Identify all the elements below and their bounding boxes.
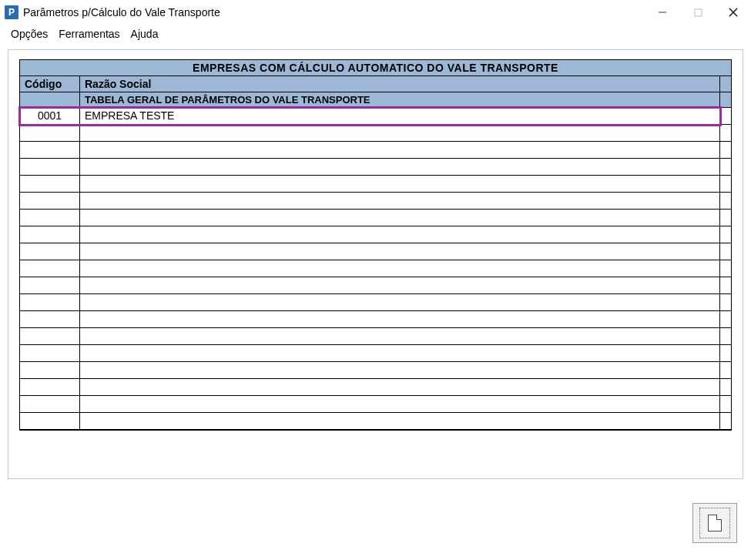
table-cell-empty[interactable] [80, 413, 720, 430]
scroll-gutter-row [720, 159, 731, 176]
table-cell-empty[interactable] [20, 125, 80, 142]
table-cell-empty[interactable] [80, 379, 720, 396]
data-grid[interactable]: Código Razão Social TABELA GERAL DE PARÂ… [20, 76, 731, 430]
svg-rect-1 [695, 9, 702, 16]
scroll-gutter-row [720, 311, 731, 328]
table-wrap: EMPRESAS COM CÁLCULO AUTOMATICO DO VALE … [19, 59, 732, 431]
col-header-razao[interactable]: Razão Social [80, 76, 720, 92]
table-cell-empty[interactable] [80, 210, 720, 226]
table-cell-empty[interactable] [20, 277, 80, 294]
new-button-focus-ring [699, 508, 730, 538]
table-cell-empty[interactable] [20, 328, 80, 345]
content-panel: EMPRESAS COM CÁLCULO AUTOMATICO DO VALE … [8, 49, 743, 479]
minimize-button[interactable] [645, 0, 680, 25]
table-cell-empty[interactable] [20, 193, 80, 210]
scroll-gutter-row [720, 260, 731, 277]
table-cell-empty[interactable] [80, 176, 720, 193]
scroll-gutter-row [720, 413, 731, 430]
scroll-gutter-top [720, 76, 731, 92]
table-cell-empty[interactable] [80, 328, 720, 345]
table-cell-empty[interactable] [20, 396, 80, 413]
table-cell-empty[interactable] [80, 159, 720, 176]
subheader-text: TABELA GERAL DE PARÂMETROS DO VALE TRANS… [80, 92, 720, 108]
new-button[interactable] [692, 503, 737, 543]
cell-razao[interactable]: EMPRESA TESTE [80, 108, 720, 125]
table-cell-empty[interactable] [80, 260, 720, 277]
scroll-gutter-row [720, 125, 731, 142]
table-cell-empty[interactable] [80, 193, 720, 210]
table-cell-empty[interactable] [20, 413, 80, 430]
scroll-gutter-row [720, 193, 731, 210]
scroll-gutter-row [720, 294, 731, 311]
window-controls [645, 0, 751, 25]
scroll-gutter-row [720, 108, 731, 125]
table-cell-empty[interactable] [80, 277, 720, 294]
menu-ajuda[interactable]: Ajuda [131, 28, 159, 40]
scroll-gutter-row [720, 396, 731, 413]
document-icon [708, 515, 722, 531]
scroll-gutter-row [720, 328, 731, 345]
subheader-codigo-blank [20, 92, 80, 108]
scroll-gutter-row [720, 277, 731, 294]
table-cell-empty[interactable] [20, 210, 80, 226]
table-cell-empty[interactable] [20, 345, 80, 362]
scroll-gutter-row [720, 243, 731, 260]
close-button[interactable] [716, 0, 751, 25]
table-cell-empty[interactable] [20, 226, 80, 243]
table-cell-empty[interactable] [80, 294, 720, 311]
titlebar: P Parâmetros p/Cálculo do Vale Transport… [0, 0, 751, 25]
table-cell-empty[interactable] [20, 362, 80, 379]
scroll-gutter-row [720, 176, 731, 193]
menubar: Opções Ferramentas Ajuda [0, 25, 751, 45]
scroll-gutter-row [720, 379, 731, 396]
scroll-gutter-sub [720, 92, 731, 108]
scroll-gutter-row [720, 345, 731, 362]
col-header-codigo[interactable]: Código [20, 76, 80, 92]
table-cell-empty[interactable] [20, 311, 80, 328]
table-cell-empty[interactable] [80, 226, 720, 243]
table-cell-empty[interactable] [20, 294, 80, 311]
table-cell-empty[interactable] [20, 159, 80, 176]
table-cell-empty[interactable] [80, 345, 720, 362]
scroll-gutter-row [720, 142, 731, 159]
table-row[interactable]: 0001 EMPRESA TESTE [20, 108, 720, 125]
scroll-gutter-row [720, 210, 731, 226]
app-icon: P [5, 5, 18, 19]
table-cell-empty[interactable] [80, 396, 720, 413]
table-cell-empty[interactable] [20, 379, 80, 396]
scroll-gutter-row [720, 362, 731, 379]
table-cell-empty[interactable] [80, 125, 720, 142]
menu-ferramentas[interactable]: Ferramentas [59, 28, 119, 40]
maximize-button[interactable] [680, 0, 716, 25]
table-cell-empty[interactable] [80, 311, 720, 328]
table-title: EMPRESAS COM CÁLCULO AUTOMATICO DO VALE … [20, 60, 731, 76]
bottom-area [0, 479, 751, 552]
cell-codigo[interactable]: 0001 [20, 108, 80, 125]
table-cell-empty[interactable] [20, 176, 80, 193]
table-cell-empty[interactable] [80, 142, 720, 159]
table-cell-empty[interactable] [20, 142, 80, 159]
menu-opcoes[interactable]: Opções [11, 28, 48, 40]
table-cell-empty[interactable] [80, 243, 720, 260]
table-cell-empty[interactable] [80, 362, 720, 379]
scroll-gutter-row [720, 226, 731, 243]
table-cell-empty[interactable] [20, 243, 80, 260]
window-title: Parâmetros p/Cálculo do Vale Transporte [23, 6, 220, 18]
table-cell-empty[interactable] [20, 260, 80, 277]
